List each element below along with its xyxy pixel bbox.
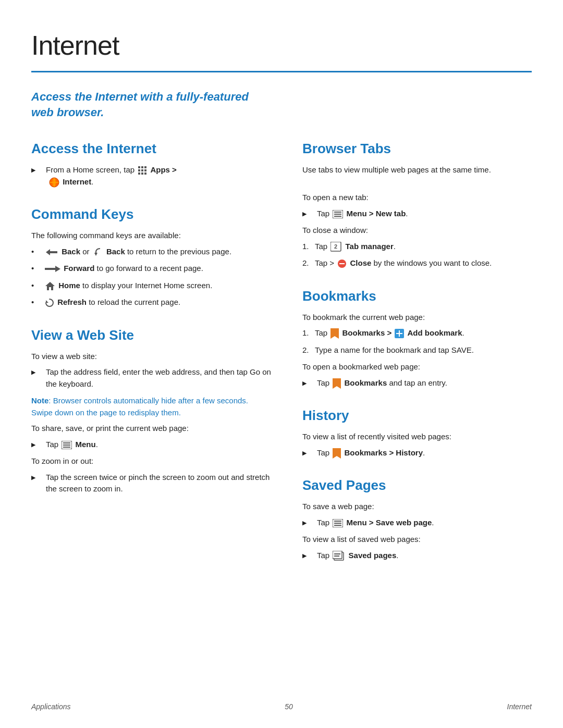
tab-manager-icon: 2 xyxy=(331,242,342,252)
page-title: Internet xyxy=(31,25,532,66)
save-menu-label: Menu > Save web page xyxy=(347,518,432,527)
svg-rect-6 xyxy=(138,172,140,175)
history-bookmarks-icon xyxy=(333,448,341,459)
two-column-layout: Access the Internet From a Home screen, … xyxy=(31,139,532,578)
menu-label: Menu xyxy=(76,440,96,449)
add-bookmark-label: Add bookmark xyxy=(408,328,462,337)
svg-rect-24 xyxy=(63,445,70,446)
bookmarks-list: 1. Tap Bookmarks > Add boo xyxy=(302,327,532,356)
svg-rect-27 xyxy=(334,212,341,213)
svg-marker-14 xyxy=(46,249,50,255)
history-title: History xyxy=(302,405,532,426)
svg-marker-16 xyxy=(94,253,97,256)
footer-left: Applications xyxy=(31,701,71,712)
browser-tabs-close-step2: 2. Tap > Close by the windows you want t… xyxy=(302,257,532,269)
svg-rect-23 xyxy=(63,442,70,443)
internet-label: Internet xyxy=(63,177,91,186)
apps-icon xyxy=(138,166,147,175)
history-bookmarks-label: Bookmarks > History xyxy=(345,448,423,457)
svg-rect-45 xyxy=(333,551,342,559)
svg-rect-0 xyxy=(138,166,140,168)
footer: Applications 50 Internet xyxy=(31,701,532,712)
command-keys-intro: The following command keys are available… xyxy=(31,230,271,242)
blue-divider xyxy=(31,71,532,72)
bookmarks-icon xyxy=(331,328,339,339)
menu-icon xyxy=(62,441,72,449)
tab-manager-label: Tab manager xyxy=(346,242,394,251)
back-curved-icon xyxy=(93,248,103,257)
svg-rect-46 xyxy=(334,553,340,554)
saved-pages-label: Saved pages xyxy=(349,551,397,560)
refresh-key-item: Refresh to reload the current page. xyxy=(31,297,271,309)
close-icon xyxy=(337,259,347,268)
browser-tabs-close-list: 1. Tap 2 Tab manager. 2. Tap > xyxy=(302,241,532,269)
svg-marker-18 xyxy=(55,266,60,272)
menu-icon-tabs xyxy=(333,210,343,218)
bookmarks-label: Bookmarks > xyxy=(342,328,392,337)
saved-pages-view-list: Tap Saved pages. xyxy=(302,550,532,562)
svg-rect-25 xyxy=(63,447,70,448)
history-step: Tap Bookmarks > History. xyxy=(302,447,532,459)
back-arrow-icon xyxy=(45,248,58,256)
view-web-site-section: View a Web Site To view a web site: Tap … xyxy=(31,325,271,495)
browser-tabs-intro: Use tabs to view multiple web pages at t… xyxy=(302,164,532,176)
saved-pages-save-list: Tap Menu > Save web page. xyxy=(302,517,532,529)
svg-rect-43 xyxy=(334,525,341,526)
svg-rect-17 xyxy=(45,268,56,270)
apps-label: Apps > xyxy=(150,165,176,174)
svg-marker-21 xyxy=(46,300,48,303)
home-icon xyxy=(45,281,55,291)
forward-arrow-icon xyxy=(45,266,60,272)
bookmarks-intro: To bookmark the current web page: xyxy=(302,312,532,324)
svg-rect-5 xyxy=(144,169,146,171)
bookmarks-step1: 1. Tap Bookmarks > Add boo xyxy=(302,327,532,339)
saved-pages-view-intro: To view a list of saved web pages: xyxy=(302,534,532,546)
home-key-item: Home to display your Internet Home scree… xyxy=(31,280,271,292)
svg-marker-39 xyxy=(333,448,341,459)
command-keys-section: Command Keys The following command keys … xyxy=(31,204,271,309)
view-zoom-intro: To zoom in or out: xyxy=(31,455,271,467)
add-bookmark-icon xyxy=(395,329,404,338)
footer-right: Internet xyxy=(507,701,532,712)
svg-rect-2 xyxy=(144,166,146,168)
bookmarks-section: Bookmarks To bookmark the current web pa… xyxy=(302,286,532,389)
svg-rect-41 xyxy=(334,521,341,522)
bookmarks-title: Bookmarks xyxy=(302,286,532,306)
forward-key-item: Forward to go forward to a recent page. xyxy=(31,263,271,275)
svg-rect-29 xyxy=(334,216,341,217)
intro-text: Access the Internet with a fully-feature… xyxy=(31,89,255,120)
view-share-step: Tap Menu. xyxy=(31,439,271,451)
svg-rect-7 xyxy=(141,172,143,175)
saved-pages-save-intro: To save a web page: xyxy=(302,501,532,513)
access-step-text: From a Home screen, tap xyxy=(46,165,134,174)
note-label: Note xyxy=(31,396,48,405)
svg-rect-37 xyxy=(396,333,402,334)
view-web-site-list: Tap the address field, enter the web add… xyxy=(31,366,271,390)
saved-pages-save-step: Tap Menu > Save web page. xyxy=(302,517,532,529)
bookmarks-open-intro: To open a bookmarked web page: xyxy=(302,361,532,373)
browser-tabs-title: Browser Tabs xyxy=(302,139,532,159)
saved-pages-icon xyxy=(333,551,345,561)
refresh-icon xyxy=(45,298,54,307)
footer-page: 50 xyxy=(71,701,507,712)
svg-rect-8 xyxy=(144,172,146,175)
back-key-item: Back or Back to return to the previous p… xyxy=(31,246,271,258)
view-note: Note: Browser controls automatically hid… xyxy=(31,395,271,418)
browser-tabs-open-step: Tap Menu > New tab. xyxy=(302,208,532,220)
access-internet-list: From a Home screen, tap xyxy=(31,164,271,188)
internet-icon xyxy=(49,177,59,188)
svg-rect-42 xyxy=(334,523,341,524)
command-keys-list: Back or Back to return to the previous p… xyxy=(31,246,271,309)
view-zoom-list: Tap the screen twice or pinch the screen… xyxy=(31,472,271,495)
view-web-site-title: View a Web Site xyxy=(31,325,271,346)
svg-rect-47 xyxy=(334,556,339,557)
bookmarks-open-step: Tap Bookmarks and tap an entry. xyxy=(302,377,532,389)
view-share-intro: To share, save, or print the current web… xyxy=(31,423,271,435)
svg-rect-20 xyxy=(49,287,51,290)
bookmarks-open-icon xyxy=(333,378,341,389)
browser-tabs-close-intro: To close a window: xyxy=(302,225,532,237)
svg-rect-15 xyxy=(50,251,57,253)
command-keys-title: Command Keys xyxy=(31,204,271,225)
saved-pages-view-step: Tap Saved pages. xyxy=(302,550,532,562)
history-list: Tap Bookmarks > History. xyxy=(302,447,532,459)
